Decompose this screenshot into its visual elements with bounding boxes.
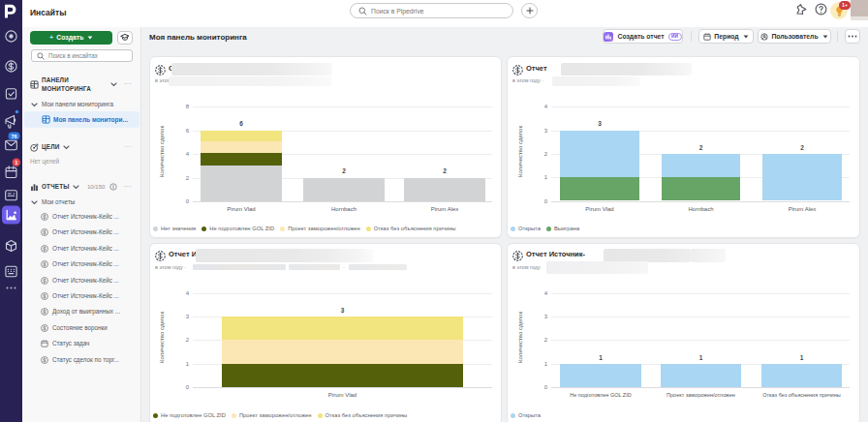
svg-text:76: 76 — [11, 134, 16, 139]
